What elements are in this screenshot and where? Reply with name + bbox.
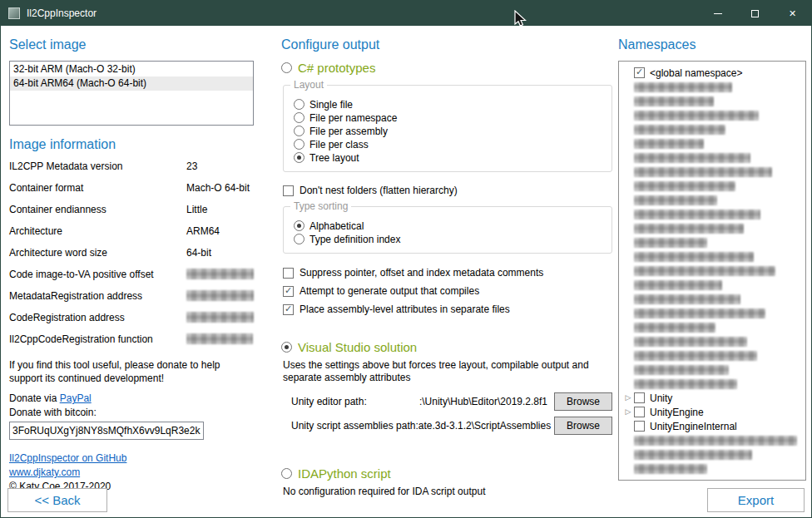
select-image-panel: Select image 32-bit ARM (Mach-O 32-bit)6… xyxy=(9,31,254,494)
namespace-checkbox[interactable] xyxy=(634,67,645,78)
namespace-row-redacted xyxy=(622,447,802,461)
radio-icon xyxy=(294,99,304,110)
namespace-checkbox[interactable] xyxy=(634,392,645,403)
namespace-row-redacted xyxy=(622,363,802,377)
export-button[interactable]: Export xyxy=(707,488,805,512)
image-info-table: IL2CPP Metadata version23Container forma… xyxy=(9,160,254,355)
close-button[interactable]: ✕ xyxy=(774,1,811,26)
checkbox-icon xyxy=(283,304,294,315)
image-listbox[interactable]: 32-bit ARM (Mach-O 32-bit)64-bit ARM64 (… xyxy=(9,61,254,126)
minimize-button[interactable] xyxy=(699,1,736,26)
sorting-radio[interactable]: Type definition index xyxy=(294,233,603,245)
output-checkbox[interactable]: Attempt to generate output that compiles xyxy=(283,285,612,297)
redacted-namespace xyxy=(634,379,737,389)
namespace-checkbox[interactable] xyxy=(634,407,645,417)
redacted-namespace xyxy=(634,96,714,106)
namespace-label: UnityEngineInternal xyxy=(650,421,737,432)
redacted-namespace xyxy=(634,224,744,234)
radio-icon xyxy=(294,139,304,150)
output-checkbox[interactable]: Suppress pointer, offset and index metad… xyxy=(283,267,612,279)
maximize-button[interactable] xyxy=(736,1,774,26)
redacted-namespace xyxy=(634,323,715,333)
redacted-namespace xyxy=(634,210,760,220)
redacted-value xyxy=(186,290,254,301)
namespace-row-redacted xyxy=(622,348,802,363)
sorting-radio[interactable]: Alphabetical xyxy=(294,220,603,232)
layout-radio[interactable]: Single file xyxy=(294,98,603,111)
checkbox-label: Place assembly-level attributes in separ… xyxy=(300,303,510,315)
radio-icon xyxy=(281,468,292,479)
unity-script-assemblies-path-value[interactable]: ate.3d-3.1.2\ScriptAssemblies xyxy=(418,420,554,432)
info-value: Mach-O 64-bit xyxy=(186,182,250,194)
unity-editor-path-value[interactable]: :\Unity\Hub\Editor\2019.2.8f1 xyxy=(367,396,554,407)
namespace-row-redacted xyxy=(622,461,802,476)
app-window: Il2CppInspector ✕ Select image 32-bit AR… xyxy=(0,0,812,518)
namespace-row-redacted xyxy=(622,221,802,235)
option-visual-studio-solution[interactable]: Visual Studio solution xyxy=(281,340,612,354)
namespace-row-redacted xyxy=(622,292,802,306)
namespace-row[interactable]: ▷UnityEngine xyxy=(622,405,802,419)
info-label: Il2CppCodeRegistration function xyxy=(9,333,186,345)
layout-radio[interactable]: File per assembly xyxy=(294,125,603,137)
info-label: Architecture xyxy=(9,225,186,237)
radio-icon xyxy=(294,126,304,136)
checkbox-label: Suppress pointer, offset and index metad… xyxy=(300,267,543,279)
layout-radio[interactable]: Tree layout xyxy=(294,151,603,164)
namespace-label: <global namespace> xyxy=(650,67,742,79)
redacted-namespace xyxy=(634,266,775,276)
expander-icon[interactable]: ▷ xyxy=(622,391,634,405)
redacted-namespace xyxy=(634,464,707,474)
bitcoin-address-input[interactable] xyxy=(9,422,204,440)
namespace-row[interactable]: UnityEngineInternal xyxy=(622,419,802,433)
radio-label: Tree layout xyxy=(309,152,359,164)
image-list-item[interactable]: 32-bit ARM (Mach-O 32-bit) xyxy=(10,62,253,76)
github-link[interactable]: Il2CppInspector on GitHub xyxy=(9,451,254,466)
window-title: Il2CppInspector xyxy=(27,7,97,19)
namespace-row-redacted xyxy=(622,108,802,122)
checkbox-icon xyxy=(283,268,294,279)
radio-label: File per class xyxy=(309,139,369,150)
redacted-namespace xyxy=(634,294,740,304)
redacted-namespace xyxy=(634,153,750,163)
info-row: CodeRegistration address xyxy=(9,312,254,333)
info-row: Architecture word size64-bit xyxy=(9,247,254,269)
info-row: Container endiannessLittle xyxy=(9,204,254,225)
output-checkbox[interactable]: Place assembly-level attributes in separ… xyxy=(283,303,612,315)
checkbox-icon xyxy=(283,185,294,196)
namespace-checkbox[interactable] xyxy=(634,421,645,432)
browse-script-assemblies-button[interactable]: Browse xyxy=(554,417,612,435)
namespace-row-redacted xyxy=(622,278,802,292)
browse-editor-button[interactable]: Browse xyxy=(554,392,612,411)
namespace-row[interactable]: ▷Unity xyxy=(622,391,802,405)
namespaces-panel: Namespaces <global namespace>▷Unity▷Unit… xyxy=(618,31,806,481)
namespace-row-redacted xyxy=(622,136,802,150)
info-label: Container endianness xyxy=(9,204,186,215)
back-button[interactable]: << Back xyxy=(7,488,107,512)
redacted-namespace xyxy=(634,111,759,121)
paypal-link[interactable]: PayPal xyxy=(60,392,92,404)
redacted-namespace xyxy=(634,195,717,205)
image-list-item[interactable]: 64-bit ARM64 (Mach-O 64-bit) xyxy=(10,76,253,91)
bitcoin-label: Donate with bitcoin: xyxy=(9,406,254,420)
website-link[interactable]: www.djkaty.com xyxy=(9,466,254,480)
layout-radio[interactable]: File per class xyxy=(294,138,603,150)
minimize-icon xyxy=(714,13,722,14)
info-label: Container format xyxy=(9,182,186,194)
namespaces-list[interactable]: <global namespace>▷Unity▷UnityEngineUnit… xyxy=(618,61,806,481)
namespace-row-redacted xyxy=(622,334,802,348)
namespace-row[interactable]: <global namespace> xyxy=(622,66,802,80)
layout-radio[interactable]: File per namespace xyxy=(294,111,603,124)
layout-groupbox-label: Layout xyxy=(290,79,327,91)
option-csharp-prototypes[interactable]: C# prototypes xyxy=(281,61,612,75)
namespace-row-redacted xyxy=(622,179,802,193)
info-row: Code image-to-VA positive offset xyxy=(9,269,254,290)
titlebar: Il2CppInspector ✕ xyxy=(1,1,811,26)
namespace-row-redacted xyxy=(622,264,802,278)
expander-icon[interactable]: ▷ xyxy=(622,405,634,419)
namespace-row-redacted xyxy=(622,377,802,391)
option-label: Visual Studio solution xyxy=(298,340,417,354)
option-idapython-script[interactable]: IDAPython script xyxy=(281,466,612,481)
radio-icon xyxy=(281,342,292,353)
redacted-namespace xyxy=(634,351,757,361)
flatten-hierarchy-checkbox[interactable]: Don't nest folders (flatten hierarchy) xyxy=(283,185,612,196)
